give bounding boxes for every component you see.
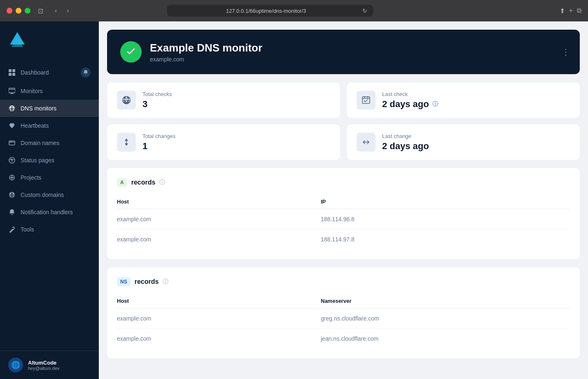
- sidebar-item-status-pages[interactable]: Status pages: [0, 152, 99, 169]
- user-email: hey@altum.dev: [28, 366, 91, 371]
- a-records-table: Host IP example.com 188.114.96.8 example…: [117, 194, 570, 249]
- back-button[interactable]: ‹: [52, 5, 59, 16]
- monitor-subtitle: example.com: [150, 56, 567, 63]
- a-record-host-0: example.com: [117, 209, 321, 229]
- forward-button[interactable]: ›: [64, 5, 71, 16]
- a-records-header-row: Host IP: [117, 194, 570, 209]
- close-traffic-light[interactable]: [7, 8, 12, 14]
- svg-rect-3: [12, 69, 15, 72]
- notification-badge: [81, 68, 91, 77]
- status-pages-icon: [8, 157, 16, 164]
- traffic-lights: [7, 8, 30, 14]
- sidebar-item-notification-handlers[interactable]: Notification handlers: [0, 204, 99, 221]
- sidebar-item-tools[interactable]: Tools: [0, 221, 99, 238]
- total-changes-info: Total changes 1: [142, 133, 175, 152]
- custom-domains-icon: [8, 191, 16, 199]
- a-records-header: A records ⓘ: [117, 178, 570, 187]
- total-changes-icon-wrap: [117, 133, 136, 152]
- ns-record-host-0: example.com: [117, 309, 321, 329]
- monitor-header-card: Example DNS monitor example.com ⋮: [107, 30, 580, 74]
- total-checks-info: Total checks 3: [142, 91, 172, 110]
- last-change-info: Last change 2 days ago: [382, 133, 429, 152]
- user-avatar: 🌐: [8, 358, 23, 372]
- sidebar-item-projects[interactable]: Projects: [0, 169, 99, 186]
- sidebar-item-heartbeats[interactable]: Heartbeats: [0, 117, 99, 134]
- sidebar-item-dns-monitors[interactable]: DNS monitors: [0, 100, 99, 117]
- reload-button[interactable]: ↻: [362, 7, 367, 14]
- url-bar[interactable]: 127.0.0.1/66uptime/dns-monitor/3 ↻: [167, 5, 373, 16]
- table-row: example.com greg.ns.cloudflare.com: [117, 309, 570, 329]
- last-change-value: 2 days ago: [382, 141, 429, 152]
- ns-records-thead: Host Nameserver: [117, 294, 570, 309]
- dns-monitors-label: DNS monitors: [21, 105, 56, 112]
- main-content: Example DNS monitor example.com ⋮ Total …: [99, 21, 588, 379]
- svg-point-14: [11, 177, 13, 178]
- svg-point-11: [10, 141, 11, 142]
- last-check-icon-wrap: [357, 91, 376, 110]
- sidebar-navigation: Dashboard Monitors DNS monitors: [0, 59, 99, 351]
- total-checks-value: 3: [142, 99, 172, 110]
- total-checks-label: Total checks: [142, 91, 172, 97]
- maximize-traffic-light[interactable]: [25, 8, 30, 14]
- minimize-traffic-light[interactable]: [16, 8, 21, 14]
- a-records-tbody: example.com 188.114.96.8 example.com 188…: [117, 209, 570, 250]
- a-records-info-icon[interactable]: ⓘ: [159, 179, 165, 186]
- domain-names-icon: [8, 139, 16, 147]
- last-check-info-icon[interactable]: ⓘ: [432, 101, 438, 108]
- sidebar: Dashboard Monitors DNS monitors: [0, 21, 99, 379]
- table-row: example.com 188.114.96.8: [117, 209, 570, 229]
- sidebar-item-domain-names[interactable]: Domain names: [0, 134, 99, 152]
- total-changes-value: 1: [142, 141, 175, 152]
- sidebar-item-monitors[interactable]: Monitors: [0, 82, 99, 100]
- sidebar-toggle-button[interactable]: ⊡: [35, 5, 46, 16]
- last-change-icon-wrap: [357, 133, 376, 152]
- ns-records-info-icon[interactable]: ⓘ: [163, 278, 168, 285]
- a-record-type-badge: A: [117, 178, 127, 187]
- ns-record-value-0: greg.ns.cloudflare.com: [321, 309, 570, 329]
- share-button[interactable]: ⬆: [560, 7, 565, 15]
- monitor-title: Example DNS monitor: [150, 42, 567, 54]
- stats-grid: Total checks 3 Last check 2 days ago ⓘ: [107, 82, 580, 160]
- dns-monitors-icon: [8, 105, 16, 112]
- svg-rect-5: [12, 73, 15, 76]
- table-row: example.com 188.114.97.8: [117, 229, 570, 250]
- domain-names-label: Domain names: [21, 140, 59, 146]
- total-checks-card: Total checks 3: [107, 82, 340, 118]
- last-check-label: Last check: [382, 91, 438, 97]
- sidebar-item-custom-domains[interactable]: Custom domains: [0, 186, 99, 204]
- sidebar-item-dashboard[interactable]: Dashboard: [0, 63, 99, 82]
- ns-records-header-row: Host Nameserver: [117, 294, 570, 309]
- notification-handlers-label: Notification handlers: [21, 209, 73, 215]
- ns-record-value-1: jean.ns.cloudflare.com: [321, 329, 570, 349]
- browser-chrome: ⊡ ‹ › 127.0.0.1/66uptime/dns-monitor/3 ↻…: [0, 0, 588, 21]
- app-logo: [8, 31, 26, 49]
- user-name: AltumCode: [28, 360, 91, 366]
- svg-rect-6: [9, 88, 15, 93]
- monitor-info: Example DNS monitor example.com: [150, 42, 567, 63]
- user-profile-area[interactable]: 🌐 AltumCode hey@altum.dev: [0, 351, 99, 379]
- a-record-ip-1: 188.114.97.8: [321, 229, 570, 250]
- projects-icon: [8, 174, 16, 181]
- monitors-icon: [8, 87, 16, 95]
- new-tab-button[interactable]: +: [569, 7, 573, 15]
- table-row: example.com jean.ns.cloudflare.com: [117, 329, 570, 349]
- tabs-button[interactable]: ⧉: [577, 7, 581, 15]
- monitor-menu-button[interactable]: ⋮: [562, 47, 570, 57]
- a-records-ip-header: IP: [321, 194, 570, 209]
- heartbeats-label: Heartbeats: [21, 122, 49, 129]
- tools-label: Tools: [21, 226, 34, 233]
- logo-area: [0, 21, 99, 59]
- svg-rect-4: [9, 73, 12, 76]
- last-check-value: 2 days ago ⓘ: [382, 99, 438, 110]
- a-records-host-header: Host: [117, 194, 321, 209]
- svg-rect-2: [9, 69, 12, 72]
- notification-handlers-icon: [8, 208, 16, 216]
- svg-point-12: [11, 141, 12, 142]
- ns-records-header: NS records ⓘ: [117, 277, 570, 286]
- dashboard-label: Dashboard: [21, 69, 49, 76]
- ns-records-host-header: Host: [117, 294, 321, 309]
- monitor-status-icon: [120, 41, 142, 63]
- last-check-info: Last check 2 days ago ⓘ: [382, 91, 438, 110]
- svg-rect-8: [11, 93, 13, 94]
- monitors-label: Monitors: [21, 88, 43, 94]
